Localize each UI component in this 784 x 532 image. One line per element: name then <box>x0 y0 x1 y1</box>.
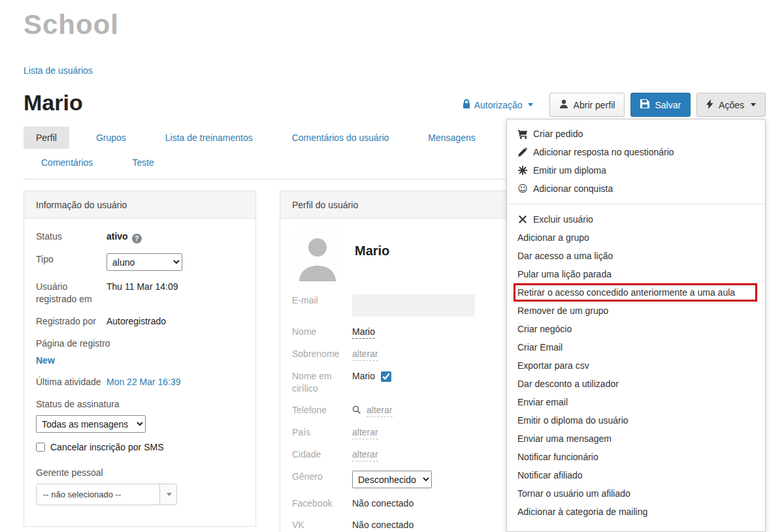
menu-item-label: Adicionar a grupo <box>517 231 589 244</box>
registered-at-value: Thu 11 Mar 14:09 <box>106 281 178 293</box>
menu-item-emitir-diploma-usuario[interactable]: Emitir o diploma do usuário <box>507 411 765 430</box>
menu-item-label: Criar Email <box>517 341 563 354</box>
registration-page-label: Página de registro <box>36 337 244 350</box>
save-button[interactable]: Salvar <box>630 93 691 117</box>
registration-page-link[interactable]: New <box>36 354 244 367</box>
menu-item-adicionar-resposta[interactable]: Adicionar resposta no questionário <box>507 143 765 161</box>
breadcrumb-users-list[interactable]: Lista de usuários <box>24 65 93 76</box>
menu-item-exportar-csv[interactable]: Exportar para csv <box>507 356 765 375</box>
menu-item-label: Excluir usuário <box>533 213 593 226</box>
menu-item-adicionar-a-grupo[interactable]: Adicionar a grupo <box>507 228 765 247</box>
menu-item-label: Retirar o acesso concedido anteriormente… <box>517 286 735 299</box>
menu-item-notificar-funcionario[interactable]: Notificar funcionário <box>507 448 765 466</box>
menu-item-retirar-acesso[interactable]: Retirar o acesso concedido anteriormente… <box>514 283 757 302</box>
menu-item-enviar-mensagem[interactable]: Enviar uma mensagem <box>507 430 765 448</box>
help-icon[interactable]: ? <box>132 234 142 243</box>
menu-item-adicionar-conquista[interactable]: ☺ Adicionar conquista <box>507 180 765 198</box>
menu-item-label: Adicionar conquista <box>533 182 613 195</box>
x-icon <box>517 215 528 223</box>
page: School Lista de usuários Mario Autorizaç… <box>0 0 784 532</box>
subscription-status-select[interactable]: Todas as mensagens <box>36 415 146 433</box>
menu-item-label: Adicionar à categoria de mailing <box>517 505 647 518</box>
sms-unsubscribe-label: Cancelar inscrição por SMS <box>50 442 164 452</box>
tab-comentarios-do-usuario[interactable]: Comentários do usuário <box>280 127 402 149</box>
tab-comentarios[interactable]: Comentários <box>29 151 105 174</box>
tab-grupos[interactable]: Grupos <box>84 127 139 149</box>
chevron-down-icon <box>159 484 176 505</box>
cyrillic-name-value: Mario <box>352 370 375 383</box>
open-profile-label: Abrir perfil <box>574 100 615 110</box>
menu-item-pular-licao[interactable]: Pular uma lição parada <box>507 265 765 283</box>
last-activity-link[interactable]: Mon 22 Mar 16:39 <box>106 376 181 388</box>
tab-teste[interactable]: Teste <box>120 151 166 174</box>
menu-item-criar-negocio[interactable]: Criar negócio <box>507 320 765 338</box>
menu-divider <box>507 204 765 204</box>
personal-manager-label: Gerente pessoal <box>36 467 244 479</box>
pais-label: País <box>292 426 352 439</box>
vk-label: VK <box>292 519 352 531</box>
menu-item-label: Remover de um grupo <box>517 304 608 317</box>
menu-item-label: Dar acesso a uma lição <box>517 249 613 262</box>
tab-mensagens[interactable]: Mensagens <box>416 127 487 149</box>
menu-item-criar-pedido[interactable]: Criar pedido <box>507 125 765 143</box>
user-icon <box>559 99 568 111</box>
menu-item-excluir-usuario[interactable]: Excluir usuário <box>507 210 765 228</box>
menu-item-label: Enviar email <box>517 396 568 409</box>
menu-item-label: Tornar o usuário um afiliado <box>517 487 630 500</box>
cyrillic-checkbox[interactable] <box>381 371 391 382</box>
registered-by-value: Autoregistrado <box>106 315 166 328</box>
menu-item-emitir-diploma[interactable]: Emitir um diploma <box>507 161 765 180</box>
tab-lista-de-treinamentos[interactable]: Lista de treinamentos <box>153 127 265 149</box>
tipo-select[interactable]: aluno <box>106 253 182 271</box>
actions-button[interactable]: Ações <box>696 93 766 117</box>
country-edit-link[interactable]: alterar <box>352 426 378 439</box>
first-name-edit[interactable]: Mario <box>352 326 375 339</box>
menu-item-remover-de-grupo[interactable]: Remover de um grupo <box>507 302 765 320</box>
menu-item-label: Emitir um diploma <box>533 164 606 177</box>
smiley-icon: ☺ <box>517 184 528 194</box>
email-field-redacted[interactable] <box>352 294 475 317</box>
gender-select[interactable]: Desconhecido <box>352 471 432 488</box>
authorization-menu[interactable]: Autorização <box>463 99 533 110</box>
phone-edit-link[interactable]: alterar <box>367 404 393 417</box>
open-profile-button[interactable]: Abrir perfil <box>549 93 625 117</box>
sms-unsubscribe-checkbox[interactable]: Cancelar inscrição por SMS <box>36 442 244 452</box>
surname-edit-link[interactable]: alterar <box>352 348 378 361</box>
user-info-panel-title: Informação do usuário <box>24 191 255 219</box>
menu-item-dar-desconto[interactable]: Dar desconto a utilizador <box>507 375 765 393</box>
personal-manager-value: -- não selecionado -- <box>37 490 127 499</box>
lock-icon <box>463 99 470 110</box>
menu-item-label: Adicionar resposta no questionário <box>533 146 674 159</box>
menu-item-enviar-email[interactable]: Enviar email <box>507 393 765 411</box>
email-label: E-mail <box>292 294 352 307</box>
menu-item-dar-acesso-licao[interactable]: Dar acesso a uma lição <box>507 247 765 265</box>
menu-item-label: Pular uma lição parada <box>517 268 612 281</box>
pencil-icon <box>517 148 528 157</box>
actions-dropdown-menu: Criar pedido Adicionar resposta no quest… <box>506 119 766 532</box>
menu-item-tornar-afiliado[interactable]: Tornar o usuário um afiliado <box>507 484 765 503</box>
profile-panel-title: Perfil do usuário <box>280 191 506 219</box>
page-title: Mario <box>24 90 83 116</box>
save-label: Salvar <box>655 100 681 110</box>
menu-item-label: Notificar afiliado <box>517 469 583 482</box>
personal-manager-select[interactable]: -- não selecionado -- <box>36 484 177 505</box>
registered-by-label: Registrado por <box>36 315 106 328</box>
menu-item-notificar-afiliado[interactable]: Notificar afiliado <box>507 466 765 484</box>
city-edit-link[interactable]: alterar <box>352 448 378 462</box>
registered-at-label: Usuário registrado em <box>36 281 106 305</box>
menu-item-label: Dar desconto a utilizador <box>517 377 619 390</box>
menu-item-criar-email[interactable]: Criar Email <box>507 338 765 356</box>
tab-perfil[interactable]: Perfil <box>24 127 69 149</box>
menu-item-label: Criar pedido <box>533 127 583 140</box>
chevron-down-icon <box>528 103 533 106</box>
menu-item-label: Exportar para csv <box>517 359 589 372</box>
status-value: ativo <box>106 231 128 242</box>
chevron-down-icon <box>751 103 756 106</box>
vk-status: Não conectado <box>352 519 414 531</box>
menu-item-categoria-mailing[interactable]: Adicionar à categoria de mailing <box>507 503 765 521</box>
profile-panel: Perfil do usuário Mario E-mail Nome Mari… <box>280 191 507 532</box>
menu-item-label: Criar negócio <box>517 322 572 336</box>
lightning-icon <box>706 99 713 111</box>
checkbox-input[interactable] <box>36 443 45 452</box>
toolbar: Autorização Abrir perfil Salvar Ações <box>463 93 766 117</box>
